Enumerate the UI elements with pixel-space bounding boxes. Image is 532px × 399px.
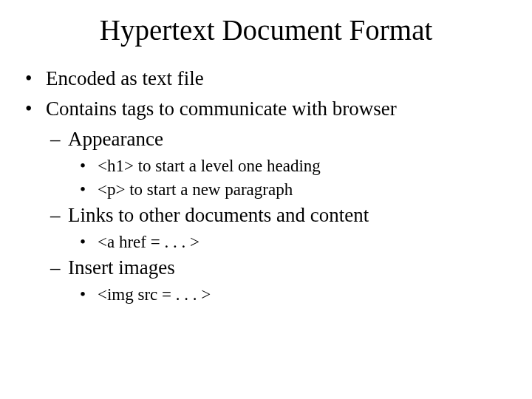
bullet-level2: – Links to other documents and content: [50, 204, 510, 227]
bullet-dot-icon: •: [80, 157, 98, 176]
bullet-dot-icon: •: [25, 98, 46, 120]
bullet-dot-icon: •: [80, 233, 98, 252]
bullet-text: Insert images: [68, 256, 175, 279]
bullet-level3: • <p> to start a new paragraph: [80, 180, 510, 200]
bullet-dot-icon: •: [80, 180, 98, 200]
dash-icon: –: [50, 128, 68, 151]
bullet-level3: • <a href = . . . >: [80, 233, 510, 252]
bullet-dot-icon: •: [25, 67, 46, 90]
bullet-dot-icon: •: [80, 285, 98, 304]
slide-title: Hypertext Document Format: [22, 13, 510, 47]
bullet-text: Appearance: [68, 128, 163, 151]
bullet-text: <p> to start a new paragraph: [98, 180, 293, 200]
bullet-text: <a href = . . . >: [98, 233, 200, 252]
bullet-level1: • Contains tags to communicate with brow…: [25, 98, 510, 120]
bullet-text: Links to other documents and content: [68, 204, 369, 227]
bullet-text: <h1> to start a level one heading: [98, 157, 321, 176]
dash-icon: –: [50, 204, 68, 227]
bullet-level1: • Encoded as text file: [25, 67, 510, 90]
bullet-level2: – Insert images: [50, 256, 510, 279]
dash-icon: –: [50, 256, 68, 279]
bullet-text: <img src = . . . >: [98, 285, 211, 304]
bullet-level2: – Appearance: [50, 128, 510, 151]
bullet-level3: • <img src = . . . >: [80, 285, 510, 304]
bullet-text: Contains tags to communicate with browse…: [46, 98, 397, 120]
bullet-text: Encoded as text file: [46, 67, 204, 90]
bullet-level3: • <h1> to start a level one heading: [80, 157, 510, 176]
